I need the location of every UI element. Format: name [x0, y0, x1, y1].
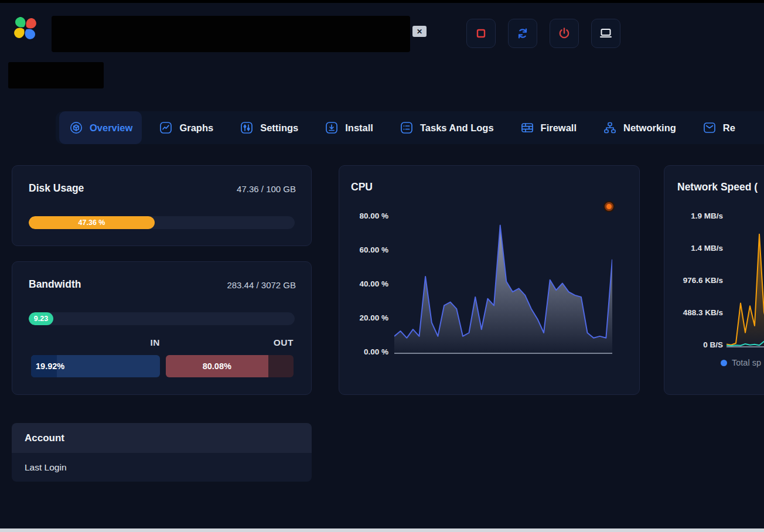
tab-firewall[interactable]: Firewall [510, 111, 586, 144]
bandwidth-in-bar: 19.92% [31, 355, 160, 377]
power-actions [466, 19, 620, 48]
cpu-ytick-0: 0.00 % [350, 347, 388, 356]
net-legend-label: Total sp [732, 358, 761, 367]
console-button[interactable] [591, 19, 620, 48]
cpu-usage-chart [394, 215, 612, 353]
tab-tasks-and-logs[interactable]: Tasks And Logs [390, 111, 503, 144]
restart-button[interactable] [508, 19, 537, 48]
tab-networking[interactable]: Networking [593, 111, 685, 144]
redacted-server-title [52, 16, 410, 52]
settings-icon [239, 120, 254, 135]
bandwidth-progressbar: 9.23 [29, 312, 295, 325]
bandwidth-out-header: OUT [166, 337, 294, 348]
network-speed-title: Network Speed ( [677, 181, 758, 193]
networking-icon [602, 120, 618, 135]
bandwidth-in-percent-label: 19.92% [36, 355, 64, 377]
cpu-title: CPU [351, 181, 373, 193]
cpu-ytick-80: 80.00 % [350, 212, 388, 220]
account-card: Account Last Login [12, 423, 312, 482]
tab-overview[interactable]: Overview [59, 111, 142, 144]
tab-firewall-label: Firewall [541, 122, 577, 134]
disk-usage-card: Disk Usage 47.36 / 100 GB 47.36 % [12, 165, 312, 246]
tab-settings-label: Settings [260, 122, 298, 134]
cpu-ytick-60: 60.00 % [350, 245, 388, 254]
stop-icon [473, 26, 489, 41]
tab-install[interactable]: Install [315, 111, 383, 144]
stop-button[interactable] [466, 19, 496, 48]
net-x-axis [727, 346, 764, 347]
tab-graphs[interactable]: Graphs [149, 111, 223, 144]
account-last-login-row: Last Login [12, 453, 312, 482]
graphs-icon [158, 120, 173, 135]
firewall-icon [520, 120, 535, 135]
tab-settings[interactable]: Settings [230, 111, 308, 144]
disk-usage-progressbar: 47.36 % [29, 216, 295, 229]
bandwidth-out-bar: 80.08% [166, 355, 294, 377]
cpu-legend-dot[interactable] [605, 202, 613, 211]
redacted-server-subtitle [8, 62, 104, 88]
disk-usage-value: 47.36 / 100 GB [237, 184, 296, 194]
tab-bar: Overview Graphs Settings Install [56, 111, 764, 144]
bandwidth-title: Bandwidth [29, 278, 81, 291]
console-icon [598, 26, 613, 41]
cpu-ytick-20: 20.00 % [350, 313, 388, 322]
net-legend-total-speed[interactable]: Total sp [721, 358, 761, 367]
overview-icon [69, 120, 84, 135]
bandwidth-in-header: IN [31, 337, 160, 348]
net-ytick-1-9mb: 1.9 MB/s [669, 212, 723, 220]
top-border [0, 0, 764, 3]
bottom-border [0, 528, 764, 532]
power-button[interactable] [550, 19, 579, 48]
tasks-and-logs-icon [399, 120, 414, 135]
net-ytick-1-4mb: 1.4 MB/s [669, 244, 723, 253]
bandwidth-value: 283.44 / 3072 GB [227, 280, 296, 290]
disk-usage-percent-label: 47.36 % [79, 219, 105, 227]
bandwidth-card: Bandwidth 283.44 / 3072 GB 9.23 IN OUT 1… [12, 261, 312, 395]
power-icon [557, 26, 572, 41]
bandwidth-out-percent-label: 80.08% [203, 362, 231, 371]
tab-install-label: Install [345, 122, 373, 134]
network-speed-chart [727, 215, 764, 346]
bandwidth-out-fill: 80.08% [166, 355, 268, 377]
server-dashboard: ✕ [0, 0, 764, 532]
net-ytick-976kb: 976.6 KB/s [669, 276, 723, 285]
tab-re[interactable]: Re [693, 111, 745, 144]
tab-re-label: Re [723, 122, 735, 134]
tab-graphs-label: Graphs [179, 122, 213, 134]
install-icon [324, 120, 339, 135]
net-ytick-488kb: 488.3 KB/s [669, 308, 723, 317]
net-legend-dot-icon [721, 360, 727, 366]
bandwidth-progress-fill: 9.23 [29, 312, 53, 325]
cpu-ytick-40: 40.00 % [350, 279, 388, 288]
network-speed-card: Network Speed ( 1.9 MB/s 1.4 MB/s 976.6 … [664, 165, 764, 395]
panel-logo-icon [9, 11, 41, 46]
disk-usage-progress-fill: 47.36 % [29, 216, 155, 229]
close-icon[interactable]: ✕ [412, 26, 427, 37]
tab-overview-label: Overview [90, 122, 132, 134]
bandwidth-percent-label: 9.23 [34, 315, 48, 323]
tab-tasks-and-logs-label: Tasks And Logs [420, 122, 494, 134]
disk-usage-title: Disk Usage [29, 182, 84, 195]
re-icon [702, 120, 717, 135]
cpu-card: CPU 80.00 % 60.00 % 40.00 % 20.00 % 0.00… [339, 165, 640, 395]
restart-icon [515, 26, 530, 41]
account-header: Account [12, 423, 312, 453]
net-ytick-0bs: 0 B/S [669, 340, 723, 349]
tab-networking-label: Networking [623, 122, 676, 134]
